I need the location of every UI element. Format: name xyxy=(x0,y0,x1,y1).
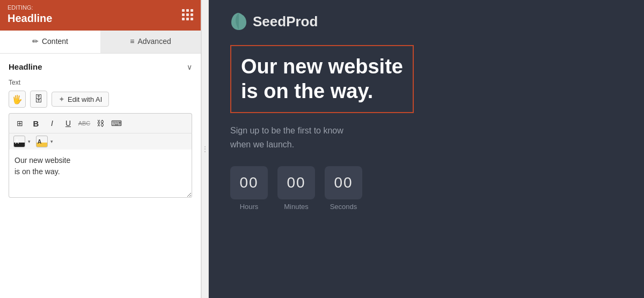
italic-button[interactable]: I xyxy=(45,116,60,131)
insert-button[interactable]: ⊞ xyxy=(12,116,27,131)
headline-line2: is on the way. xyxy=(241,80,373,102)
preview-header: SeedProd xyxy=(209,0,644,40)
preview-panel: SeedProd Our new website is on the way. … xyxy=(209,0,644,298)
hand-tool-button[interactable]: 🖐 xyxy=(9,91,26,108)
text-color-label: A xyxy=(14,139,19,145)
seconds-count-box: 00 xyxy=(325,166,362,199)
text-color-dropdown-arrow[interactable]: ▾ xyxy=(28,139,31,144)
italic-icon: I xyxy=(51,119,53,128)
seconds-label: Seconds xyxy=(330,203,357,211)
section-title: Headline xyxy=(9,62,42,71)
logo-leaf-icon xyxy=(230,12,247,31)
chevron-down-icon[interactable]: ∨ xyxy=(187,63,192,71)
logo-text: SeedProd xyxy=(253,13,318,30)
headline-selected-box[interactable]: Our new website is on the way. xyxy=(230,45,414,113)
tab-content[interactable]: ✏ Content xyxy=(0,31,100,53)
headline-textarea[interactable]: Our new website is on the way. xyxy=(9,150,192,198)
tab-content-label: Content xyxy=(42,37,68,46)
pencil-icon: ✏ xyxy=(32,37,39,46)
strikethrough-icon: ABC xyxy=(78,120,91,126)
preview-content: Our new website is on the way. Sign up t… xyxy=(209,40,644,298)
editing-info: EDITING: Headline xyxy=(8,4,52,25)
editing-label: EDITING: xyxy=(8,4,52,11)
underline-button[interactable]: U xyxy=(61,116,76,131)
color-toolbar-row: A ▾ A ▾ xyxy=(9,133,192,150)
headline-text: Our new website is on the way. xyxy=(241,55,403,103)
hours-value: 00 xyxy=(239,174,258,191)
insert-icon: ⊞ xyxy=(17,119,23,128)
strikethrough-button[interactable]: ABC xyxy=(77,116,92,131)
seconds-value: 00 xyxy=(334,174,353,191)
text-toolbar-row: 🖐 🗄 ✦ Edit with AI xyxy=(9,91,192,108)
resize-handle[interactable]: ⋮ xyxy=(201,0,209,298)
database-tool-button[interactable]: 🗄 xyxy=(30,91,47,108)
left-panel: EDITING: Headline ✏ Content ≡ Advanced H… xyxy=(0,0,201,298)
minutes-label: Minutes xyxy=(284,203,309,211)
text-color-swatch[interactable]: A xyxy=(13,136,25,147)
minutes-value: 00 xyxy=(287,174,305,191)
database-icon: 🗄 xyxy=(34,94,43,104)
minutes-count-item: 00 Minutes xyxy=(277,166,315,211)
hand-icon: 🖐 xyxy=(12,94,23,105)
sliders-icon: ≡ xyxy=(130,37,134,46)
tab-advanced-label: Advanced xyxy=(137,37,171,46)
highlight-color-swatch[interactable]: A xyxy=(36,136,48,147)
link-icon: ⛓ xyxy=(97,119,104,128)
editing-target: Headline xyxy=(8,11,52,25)
panel-body: Headline ∨ Text 🖐 🗄 ✦ Edit with AI ⊞ B xyxy=(0,54,201,298)
highlight-label: A xyxy=(36,139,41,145)
subtext-line2: when we launch. xyxy=(230,140,294,149)
countdown-widget: 00 Hours 00 Minutes 00 Seconds xyxy=(230,166,623,211)
hours-count-box: 00 xyxy=(230,166,268,199)
preview-subtext: Sign up to be the first to know when we … xyxy=(230,124,402,151)
ai-button-label: Edit with AI xyxy=(68,95,102,103)
panel-tabs: ✏ Content ≡ Advanced xyxy=(0,31,201,54)
underline-icon: U xyxy=(65,119,71,128)
resize-icon: ⋮ xyxy=(202,145,208,153)
bold-icon: B xyxy=(33,119,39,128)
sparkle-icon: ✦ xyxy=(58,95,65,103)
seedprod-logo: SeedProd xyxy=(230,12,318,31)
bold-button[interactable]: B xyxy=(28,116,43,131)
hours-label: Hours xyxy=(240,203,259,211)
link-button[interactable]: ⛓ xyxy=(93,116,108,131)
highlight-color-dropdown-arrow[interactable]: ▾ xyxy=(50,139,53,144)
edit-with-ai-button[interactable]: ✦ Edit with AI xyxy=(52,92,109,107)
hours-count-item: 00 Hours xyxy=(230,166,268,211)
text-field-label: Text xyxy=(9,79,192,86)
tab-advanced[interactable]: ≡ Advanced xyxy=(100,31,201,53)
seconds-count-item: 00 Seconds xyxy=(325,166,362,211)
grid-menu-icon[interactable] xyxy=(182,9,193,20)
headline-line1: Our new website xyxy=(241,55,403,78)
section-header: Headline ∨ xyxy=(9,62,192,71)
subtext-line1: Sign up to be the first to know xyxy=(230,126,343,135)
minutes-count-box: 00 xyxy=(277,166,315,199)
keyboard-button[interactable]: ⌨ xyxy=(109,116,124,131)
panel-header: EDITING: Headline xyxy=(0,0,201,31)
keyboard-icon: ⌨ xyxy=(111,119,122,128)
rich-text-toolbar: ⊞ B I U ABC ⛓ ⌨ xyxy=(9,113,192,133)
